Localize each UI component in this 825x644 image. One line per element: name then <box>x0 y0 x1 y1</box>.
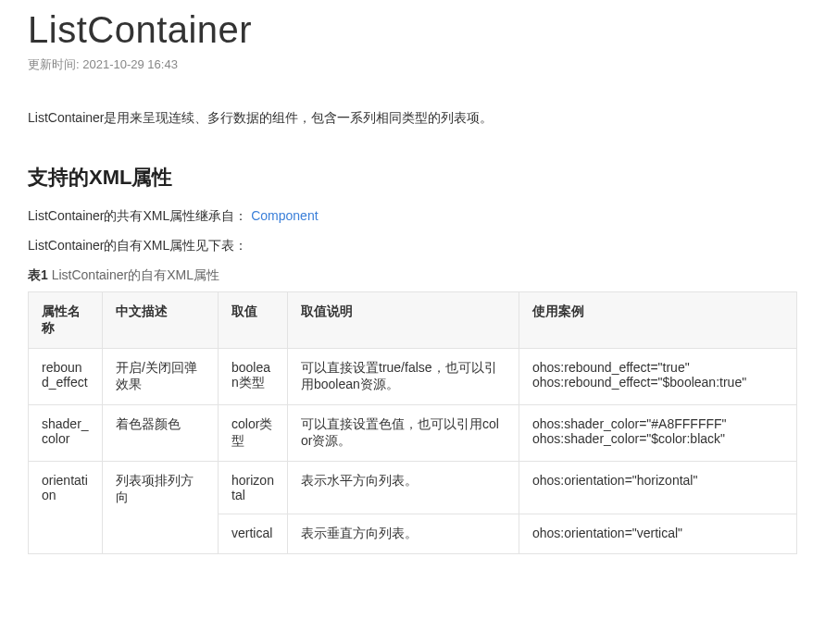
cell-desc: 着色器颜色 <box>103 405 219 462</box>
inherit-prefix: ListContainer的共有XML属性继承自： <box>28 208 247 223</box>
col-desc: 中文描述 <box>103 292 219 349</box>
col-example: 使用案例 <box>519 292 797 349</box>
table-row: orientation 列表项排列方向 horizontal 表示水平方向列表。… <box>29 462 797 514</box>
own-attrs-text: ListContainer的自有XML属性见下表： <box>28 238 797 254</box>
cell-example: ohos:rebound_effect="true" ohos:rebound_… <box>519 349 797 405</box>
inherit-paragraph: ListContainer的共有XML属性继承自： Component <box>28 208 797 225</box>
cell-note: 可以直接设置true/false，也可以引用boolean资源。 <box>288 349 519 405</box>
cell-example: ohos:orientation="horizontal" <box>519 462 797 514</box>
cell-example: ohos:orientation="vertical" <box>519 514 797 554</box>
cell-value: horizontal <box>219 462 288 514</box>
attributes-table: 属性名称 中文描述 取值 取值说明 使用案例 rebound_effect 开启… <box>28 291 797 554</box>
cell-example: ohos:shader_color="#A8FFFFFF" ohos:shade… <box>519 405 797 462</box>
cell-value: vertical <box>219 514 288 554</box>
cell-attr-name: shader_color <box>29 405 103 462</box>
page-title: ListContainer <box>28 9 797 51</box>
cell-note: 表示垂直方向列表。 <box>288 514 519 554</box>
table-caption-bold: 表1 <box>28 267 48 282</box>
cell-note: 可以直接设置色值，也可以引用color资源。 <box>288 405 519 462</box>
table-row: shader_color 着色器颜色 color类型 可以直接设置色值，也可以引… <box>29 405 797 462</box>
col-value: 取值 <box>219 292 288 349</box>
cell-desc: 开启/关闭回弹效果 <box>103 349 219 405</box>
cell-value: boolean类型 <box>219 349 288 405</box>
cell-value: color类型 <box>219 405 288 462</box>
table-caption-rest: ListContainer的自有XML属性 <box>48 267 219 282</box>
table-row: rebound_effect 开启/关闭回弹效果 boolean类型 可以直接设… <box>29 349 797 405</box>
component-link[interactable]: Component <box>251 208 318 223</box>
table-header-row: 属性名称 中文描述 取值 取值说明 使用案例 <box>29 292 797 349</box>
update-time: 更新时间: 2021-10-29 16:43 <box>28 56 797 73</box>
cell-note: 表示水平方向列表。 <box>288 462 519 514</box>
cell-attr-name: rebound_effect <box>29 349 103 405</box>
intro-text: ListContainer是用来呈现连续、多行数据的组件，包含一系列相同类型的列… <box>28 110 797 127</box>
cell-attr-name: orientation <box>29 462 103 554</box>
cell-desc: 列表项排列方向 <box>103 462 219 554</box>
col-attr-name: 属性名称 <box>29 292 103 349</box>
col-note: 取值说明 <box>288 292 519 349</box>
section-heading-xml: 支持的XML属性 <box>28 164 797 192</box>
table-caption: 表1 ListContainer的自有XML属性 <box>28 267 797 284</box>
